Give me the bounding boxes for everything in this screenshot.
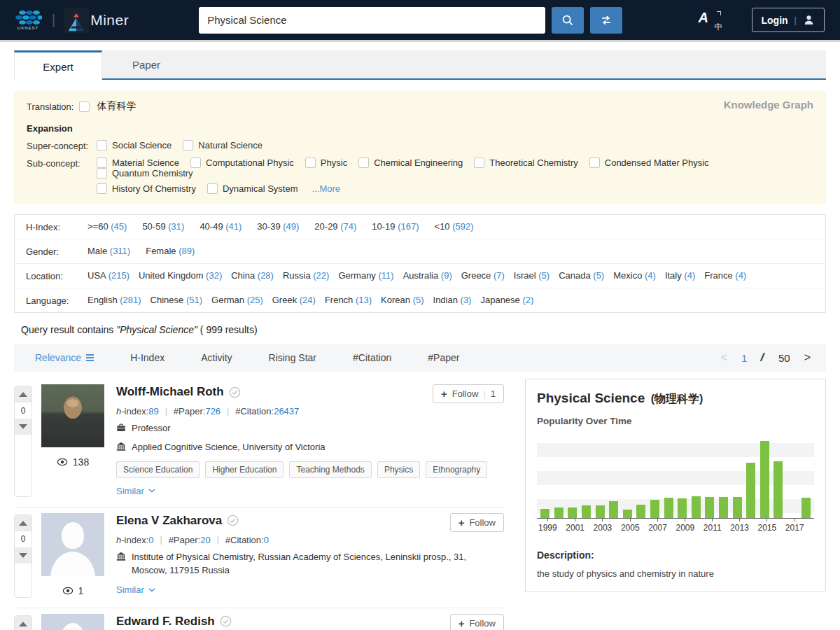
filter-option[interactable]: >=60 (45)	[88, 221, 127, 232]
more-concepts-link[interactable]: ...More	[312, 183, 340, 194]
concept-option[interactable]: Quantum Chemistry	[97, 168, 193, 178]
filter-option[interactable]: English (281)	[88, 295, 141, 305]
tag-chip[interactable]: Teaching Methods	[289, 461, 371, 478]
upvote-button[interactable]	[15, 515, 31, 531]
aminer-logo[interactable]: Miner	[64, 8, 129, 33]
concept-option[interactable]: Condensed Matter Physic	[589, 158, 709, 168]
language-toggle-icon[interactable]: A 中	[699, 10, 722, 31]
checkbox[interactable]	[97, 140, 107, 150]
axis-tick-mark	[739, 519, 740, 522]
sort-tab-activity[interactable]: Activity	[201, 352, 232, 363]
expert-photo[interactable]	[41, 384, 104, 447]
downvote-button[interactable]	[15, 547, 31, 564]
filter-option[interactable]: China (28)	[231, 270, 274, 281]
filter-option[interactable]: Canada (5)	[559, 270, 604, 281]
chart-bars	[537, 436, 814, 518]
checkbox[interactable]	[97, 168, 107, 178]
checkbox[interactable]	[358, 158, 369, 168]
filter-option-text: 50-59	[142, 221, 165, 232]
tag-chip[interactable]: Ethnography	[426, 461, 487, 478]
tab-expert[interactable]: Expert	[14, 50, 102, 81]
checkbox[interactable]	[589, 158, 600, 168]
expert-stats: h-index:89 | #Paper:726 | #Citation:2643…	[116, 406, 504, 416]
tag-chip[interactable]: Science Education	[116, 461, 200, 478]
similar-toggle[interactable]: Similar	[116, 584, 155, 595]
follow-button[interactable]: + Follow	[450, 513, 504, 532]
filter-option-count: (25)	[244, 295, 263, 305]
filter-option[interactable]: USA (215)	[88, 270, 130, 281]
checkbox[interactable]	[474, 158, 484, 168]
filter-option[interactable]: Indian (3)	[433, 295, 472, 305]
concept-option[interactable]: History Of Chemistry	[97, 183, 196, 194]
expert-name[interactable]: Wolff-Michael Roth	[116, 385, 224, 399]
filter-option[interactable]: 30-39 (49)	[257, 221, 299, 232]
filter-option[interactable]: <10 (592)	[435, 221, 474, 232]
filter-option[interactable]: German (25)	[211, 295, 263, 305]
filter-option[interactable]: Germany (11)	[338, 270, 393, 281]
next-page-button[interactable]: >	[804, 351, 811, 364]
filter-option[interactable]: United Kingdom (32)	[139, 270, 222, 281]
concept-option[interactable]: Chemical Engineering	[358, 158, 463, 168]
upvote-button[interactable]	[15, 386, 31, 402]
search-button[interactable]	[552, 7, 584, 34]
sort-tab-citation[interactable]: #Citation	[353, 352, 391, 363]
expert-avatar-placeholder[interactable]	[41, 614, 104, 630]
expert-name[interactable]: Elena V Zakharova	[116, 514, 222, 528]
upvote-button[interactable]	[15, 616, 31, 630]
filter-option[interactable]: Korean (5)	[381, 295, 424, 305]
filter-option[interactable]: Russia (22)	[283, 270, 329, 281]
tag-chip[interactable]: Physics	[377, 461, 420, 478]
chart-x-slot	[584, 519, 594, 536]
filter-option[interactable]: 20-29 (74)	[314, 221, 356, 232]
follow-button[interactable]: + Follow | 1	[433, 384, 504, 403]
current-page[interactable]: 1	[741, 352, 747, 364]
follow-button[interactable]: + Follow	[450, 614, 504, 630]
sort-tab-h-index[interactable]: H-Index	[130, 352, 164, 363]
search-input[interactable]	[199, 7, 545, 34]
concept-option[interactable]: Material Science	[97, 158, 179, 168]
expert-avatar-placeholder[interactable]	[41, 513, 104, 576]
concept-option[interactable]: Natural Science	[183, 140, 262, 150]
checkbox[interactable]	[190, 158, 201, 168]
checkbox[interactable]	[183, 140, 193, 150]
filter-option[interactable]: 10-19 (167)	[372, 221, 419, 232]
filter-option[interactable]: Japanese (2)	[480, 295, 533, 305]
filter-option[interactable]: Italy (4)	[665, 270, 695, 281]
checkbox[interactable]	[97, 183, 107, 194]
filter-option[interactable]: Mexico (4)	[613, 270, 656, 281]
checkbox[interactable]	[305, 158, 316, 168]
checkbox[interactable]	[207, 183, 218, 194]
filter-option[interactable]: French (13)	[325, 295, 372, 305]
concept-option[interactable]: Social Science	[97, 140, 172, 150]
filter-option[interactable]: 50-59 (31)	[142, 221, 184, 232]
checkbox[interactable]	[97, 158, 107, 168]
filter-option[interactable]: Israel (5)	[514, 270, 550, 281]
filter-option[interactable]: Female (89)	[146, 246, 195, 256]
x-tick-label: 2011	[704, 523, 722, 533]
sort-tab-relevance[interactable]: Relevance	[35, 352, 94, 363]
concept-option[interactable]: Computational Physic	[190, 158, 294, 168]
downvote-button[interactable]	[15, 419, 31, 435]
tab-paper[interactable]: Paper	[102, 50, 190, 78]
tag-chip[interactable]: Higher Education	[205, 461, 284, 478]
filter-option[interactable]: Chinese (51)	[150, 295, 202, 305]
expert-name[interactable]: Edward F. Redish	[116, 615, 215, 629]
knowledge-graph-label[interactable]: Knowledge Graph	[724, 99, 813, 111]
sort-tab-paper[interactable]: #Paper	[428, 352, 459, 363]
concept-option[interactable]: Theoretical Chemistry	[474, 158, 578, 168]
similar-toggle[interactable]: Similar	[116, 486, 155, 496]
filter-option[interactable]: 40-49 (41)	[200, 221, 241, 232]
affiliation-row: Institute of Physical Chemistry, Russian…	[116, 551, 504, 578]
concept-option[interactable]: Dynamical System	[207, 183, 298, 194]
sort-tab-rising-star[interactable]: Rising Star	[269, 352, 316, 363]
login-button[interactable]: Login |	[752, 8, 825, 32]
swap-search-button[interactable]	[590, 7, 622, 34]
filter-option[interactable]: Australia (9)	[403, 270, 452, 281]
concept-option[interactable]: Physic	[305, 158, 347, 168]
prev-page-button[interactable]: <	[721, 351, 727, 364]
filter-option[interactable]: France (4)	[704, 270, 746, 281]
filter-option[interactable]: Greek (24)	[272, 295, 316, 305]
filter-option[interactable]: Male (311)	[88, 246, 130, 256]
translation-checkbox[interactable]	[79, 102, 90, 112]
filter-option[interactable]: Greece (7)	[461, 270, 505, 281]
